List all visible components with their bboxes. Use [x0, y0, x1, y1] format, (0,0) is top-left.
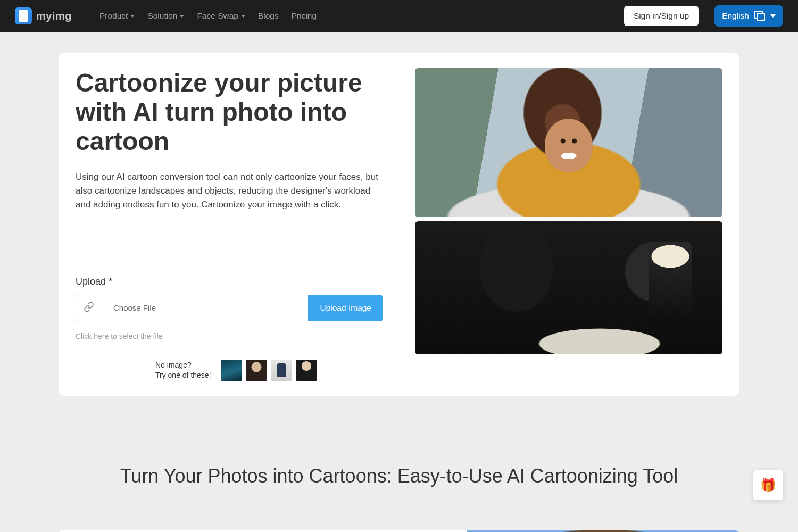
translate-icon [754, 11, 765, 21]
main-nav: Product Solution Face Swap Blogs Pricing [99, 11, 317, 21]
samples-text-line2: Try one of these: [155, 370, 211, 380]
samples-text: No image? Try one of these: [155, 360, 211, 380]
hero-title: Cartoonize your picture with AI turn pho… [76, 68, 383, 156]
language-label: English [722, 11, 749, 21]
nav-pricing[interactable]: Pricing [292, 11, 317, 21]
file-input[interactable]: Choose File [76, 295, 308, 321]
chevron-down-icon [241, 15, 245, 18]
samples-row: No image? Try one of these: [76, 360, 383, 381]
chevron-down-icon [770, 14, 776, 18]
language-selector[interactable]: English [714, 5, 783, 27]
upload-label: Upload * [76, 276, 383, 287]
sample-thumb-1[interactable] [221, 360, 242, 381]
logo-text: myimg [36, 10, 72, 22]
upload-hint: Click here to select the file [76, 332, 383, 340]
logo-icon [15, 7, 32, 24]
gift-fab[interactable]: 🎁 [753, 470, 783, 500]
upload-image-button[interactable]: Upload Image [308, 295, 383, 321]
nav-solution[interactable]: Solution [147, 11, 184, 21]
sample-thumb-2[interactable] [246, 360, 267, 381]
hero-card: Cartoonize your picture with AI turn pho… [59, 53, 739, 396]
nav-face-swap[interactable]: Face Swap [197, 11, 245, 21]
sample-thumb-3[interactable] [271, 360, 292, 381]
chevron-down-icon [180, 15, 184, 18]
nav-pricing-label: Pricing [292, 11, 317, 21]
nav-blogs-label: Blogs [258, 11, 279, 21]
hero-image-cartoon [415, 221, 722, 354]
link-icon [84, 302, 94, 314]
section-2-title: Turn Your Photos into Cartoons: Easy-to-… [59, 465, 739, 487]
hero-right-column [415, 68, 722, 381]
hero-description: Using our AI cartoon conversion tool can… [76, 170, 383, 212]
gift-icon: 🎁 [760, 478, 776, 493]
sample-thumbnails [221, 360, 317, 381]
logo[interactable]: myimg [15, 7, 72, 24]
feature-card-image [467, 530, 739, 532]
chevron-down-icon [130, 15, 135, 18]
samples-text-line1: No image? [155, 360, 211, 370]
file-input-placeholder: Choose File [113, 303, 156, 312]
signin-button[interactable]: Sign in/Sign up [624, 6, 699, 26]
sample-thumb-4[interactable] [296, 360, 317, 381]
nav-product[interactable]: Product [99, 11, 135, 21]
hero-left-column: Cartoonize your picture with AI turn pho… [76, 68, 383, 381]
page-content: Cartoonize your picture with AI turn pho… [0, 32, 798, 532]
feature-card-left [59, 530, 467, 532]
site-header: myimg Product Solution Face Swap Blogs P… [0, 0, 798, 32]
nav-blogs[interactable]: Blogs [258, 11, 279, 21]
nav-face-swap-label: Face Swap [197, 11, 238, 21]
hero-image-original [415, 68, 722, 217]
nav-solution-label: Solution [147, 11, 177, 21]
nav-product-label: Product [99, 11, 128, 21]
feature-card [59, 530, 739, 532]
upload-row: Choose File Upload Image [76, 295, 383, 321]
